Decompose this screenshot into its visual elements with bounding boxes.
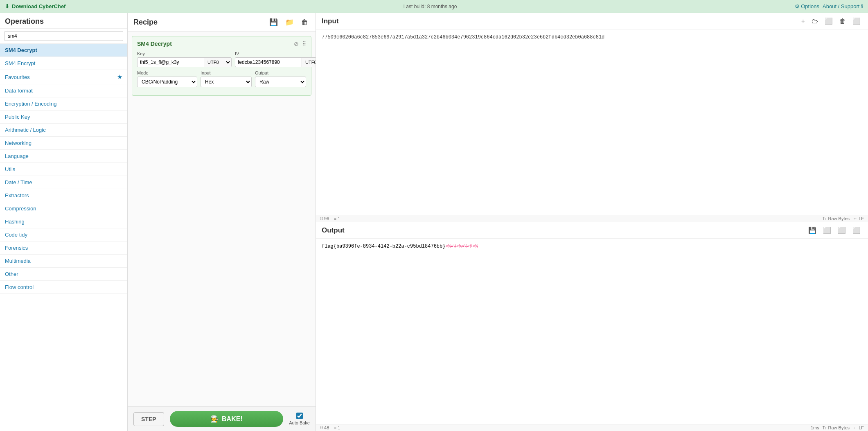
sidebar-item-label: Compression: [5, 205, 36, 212]
iv-encoding-select[interactable]: UTF8 Hex Latin1 Base64: [302, 58, 316, 67]
key-encoding-select[interactable]: UTF8 Hex Latin1 Base64: [204, 58, 231, 67]
sidebar-item-label: Data format: [5, 88, 33, 94]
input-title: Input: [322, 17, 339, 25]
options-link[interactable]: ⚙ Options: [795, 3, 819, 9]
output-title: Output: [322, 226, 345, 235]
input-open-file-button[interactable]: 🗁: [810, 17, 820, 26]
output-time-label: 1ms: [811, 425, 819, 430]
sidebar-item-forensics[interactable]: Forensics: [0, 241, 127, 255]
save-recipe-button[interactable]: 💾: [268, 17, 280, 27]
sidebar-item-label: Forensics: [5, 245, 28, 251]
io-panel: Input + 🗁 ⬜ 🗑 ⬜ 77509c60206a6c827853e697…: [316, 13, 868, 431]
sidebar-header: Operations: [0, 13, 127, 29]
input-textarea[interactable]: 77509c60206a6c827853e697a2917a5d1a327c2b…: [316, 29, 868, 215]
input-encoding-label: Input: [201, 70, 252, 75]
bake-button[interactable]: 🧑‍🍳 BAKE!: [170, 411, 284, 427]
output-bytes-label: Tт Raw Bytes: [823, 425, 850, 430]
recipe-content: SM4 Decrypt ⊘ ⠿ Key UTF8 Hex: [128, 32, 316, 406]
sidebar-item-label: Extractors: [5, 192, 29, 199]
sidebar-item-data-format[interactable]: Data format: [0, 84, 127, 97]
input-add-tab-button[interactable]: +: [800, 17, 807, 26]
main-layout: Operations SM4 DecryptSM4 EncryptFavouri…: [0, 13, 868, 431]
input-header: Input + 🗁 ⬜ 🗑 ⬜: [316, 13, 868, 29]
download-cyberchef-link[interactable]: ⬇ Download CyberChef: [5, 3, 65, 9]
sidebar-item-favourites[interactable]: Favourites★: [0, 70, 127, 84]
sidebar-item-hashing[interactable]: Hashing: [0, 215, 127, 228]
output-save-button[interactable]: 💾: [807, 226, 818, 235]
sidebar-item-label: Code tidy: [5, 232, 27, 238]
input-clear-button[interactable]: 🗑: [838, 17, 848, 26]
sidebar-item-label: Hashing: [5, 219, 25, 225]
input-section: Input + 🗁 ⬜ 🗑 ⬜ 77509c60206a6c827853e697…: [316, 13, 868, 222]
auto-bake-container: Auto Bake: [289, 413, 310, 425]
sidebar-item-utils[interactable]: Utils: [0, 163, 127, 176]
sidebar-item-date---time[interactable]: Date / Time: [0, 176, 127, 189]
sidebar-item-label: Language: [5, 153, 29, 159]
sidebar-item-networking[interactable]: Networking: [0, 137, 127, 150]
output-flag-text: flag{ba9396fe-8934-4142-b22a-c95bd18476b…: [322, 244, 445, 249]
input-encoding-field: Input Hex Raw Base64: [201, 70, 252, 87]
sidebar-item-label: Multimedia: [5, 258, 31, 264]
output-encoding-select[interactable]: Raw Hex Base64: [255, 77, 306, 87]
sidebar-item-label: SM4 Encrypt: [5, 60, 35, 66]
output-content: flag{ba9396fe-8934-4142-b22a-c95bd18476b…: [316, 239, 868, 424]
output-expand-button[interactable]: ⬜: [851, 226, 862, 235]
about-support-label: About / Support: [823, 3, 859, 9]
bake-label: BAKE!: [222, 415, 243, 423]
clear-recipe-button[interactable]: 🗑: [300, 18, 310, 27]
output-encoding-field: Output Raw Hex Base64: [255, 70, 306, 87]
disable-operation-button[interactable]: ⊘: [294, 41, 299, 47]
sidebar-item-label: Favourites: [5, 74, 30, 80]
step-button[interactable]: STEP: [133, 412, 164, 426]
topbar: ⬇ Download CyberChef Last build: 8 month…: [0, 0, 868, 13]
iv-input[interactable]: [235, 58, 302, 67]
sidebar-item-extractors[interactable]: Extractors: [0, 189, 127, 202]
sidebar-item-language[interactable]: Language: [0, 150, 127, 163]
mode-label: Mode: [137, 70, 197, 75]
output-newline-label: ← LF: [853, 425, 864, 430]
sidebar-item-code-tidy[interactable]: Code tidy: [0, 228, 127, 241]
input-encoding-select[interactable]: Hex Raw Base64: [201, 77, 252, 87]
sidebar-item-label: Other: [5, 271, 18, 277]
sidebar-list: SM4 DecryptSM4 EncryptFavourites★Data fo…: [0, 44, 127, 431]
key-input[interactable]: [138, 58, 204, 67]
output-encoding-label: Output: [255, 70, 306, 75]
search-input[interactable]: [4, 31, 123, 41]
key-field: Key UTF8 Hex Latin1 Base64: [137, 51, 232, 67]
sm4-decrypt-card: SM4 Decrypt ⊘ ⠿ Key UTF8 Hex: [132, 36, 311, 96]
input-actions: + 🗁 ⬜ 🗑 ⬜: [800, 16, 862, 26]
output-statusbar-left: ⠿ 48 ≡ 1: [320, 425, 340, 430]
sidebar-item-other[interactable]: Other: [0, 268, 127, 281]
input-bytes-label: Tт Raw Bytes: [823, 216, 850, 221]
sidebar-item-compression[interactable]: Compression: [0, 202, 127, 215]
open-recipe-button[interactable]: 📁: [284, 17, 295, 27]
sidebar-item-label: Date / Time: [5, 179, 32, 185]
sidebar-item-multimedia[interactable]: Multimedia: [0, 255, 127, 268]
input-expand-button[interactable]: ⬜: [851, 16, 862, 26]
sidebar-item-public-key[interactable]: Public Key: [0, 111, 127, 124]
output-section: Output 💾 ⬜ ⬜ ⬜ flag{ba9396fe-8934-4142-b…: [316, 222, 868, 431]
recipe-actions: 💾 📁 🗑: [268, 17, 310, 27]
mode-select[interactable]: CBC/NoPadding CBC/PKCS5Padding ECB/NoPad…: [137, 77, 197, 87]
output-header: Output 💾 ⬜ ⬜ ⬜: [316, 222, 868, 239]
sidebar-item-label: Utils: [5, 166, 15, 172]
options-label: Options: [801, 3, 819, 9]
sidebar: Operations SM4 DecryptSM4 EncryptFavouri…: [0, 13, 128, 431]
move-operation-button[interactable]: ⠿: [302, 41, 306, 47]
output-new-tab-button[interactable]: ⬜: [836, 226, 848, 235]
auto-bake-checkbox[interactable]: [296, 413, 303, 419]
iv-field: IV UTF8 Hex Latin1 Base64: [235, 51, 316, 67]
sidebar-item-flow-control[interactable]: Flow control: [0, 281, 127, 294]
input-open-folder-button[interactable]: ⬜: [823, 16, 834, 26]
input-line-count: ≡ 1: [334, 216, 340, 221]
sidebar-item-encryption---encoding[interactable]: Encryption / Encoding: [0, 97, 127, 111]
sidebar-item-arithmetic---logic[interactable]: Arithmetic / Logic: [0, 124, 127, 137]
sidebar-item-sm4-decrypt[interactable]: SM4 Decrypt: [0, 44, 127, 57]
about-support-link[interactable]: About / Support ℹ: [823, 3, 863, 9]
mode-input-output-row: Mode CBC/NoPadding CBC/PKCS5Padding ECB/…: [137, 70, 306, 87]
output-copy-button[interactable]: ⬜: [821, 226, 833, 235]
build-info: Last build: 8 months ago: [404, 4, 457, 9]
output-statusbar-right: 1ms Tт Raw Bytes ← LF: [811, 425, 864, 430]
options-icon: ⚙: [795, 3, 800, 9]
sidebar-item-sm4-encrypt[interactable]: SM4 Encrypt: [0, 57, 127, 70]
